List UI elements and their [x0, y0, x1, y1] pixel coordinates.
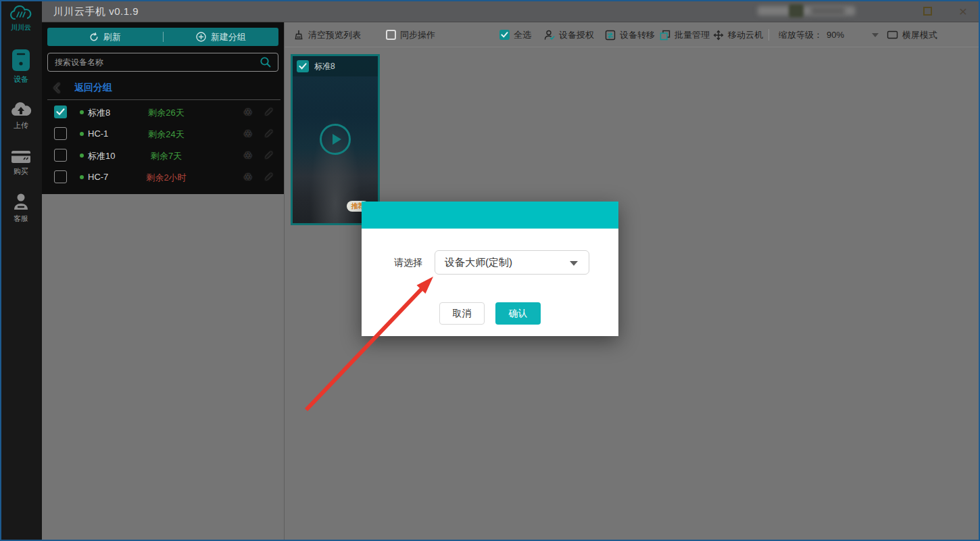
device-auth-label: 设备授权	[559, 29, 594, 41]
device-remaining: 剩余26天	[128, 107, 204, 119]
sync-operation-label: 同步操作	[400, 29, 435, 41]
clear-preview-button[interactable]: 清空预览列表	[293, 22, 361, 47]
search-icon[interactable]	[260, 56, 272, 68]
zoom-dropdown-caret-icon[interactable]	[872, 33, 879, 37]
sync-operation-toggle[interactable]: 同步操作	[386, 22, 435, 47]
play-button[interactable]	[320, 124, 351, 155]
customer-service-icon	[12, 193, 30, 211]
list-divider	[47, 99, 280, 100]
title-bar: 川川云手机 v0.1.9 ×	[42, 0, 980, 22]
reset-device-icon[interactable]: ♻	[243, 171, 252, 183]
play-icon	[333, 134, 341, 145]
dropdown-caret-icon	[570, 261, 578, 266]
device-checkbox[interactable]	[54, 127, 67, 140]
device-row[interactable]: HC-1 剩余24天 ♻	[42, 123, 284, 145]
broom-icon	[293, 30, 304, 41]
chevron-left-icon	[53, 83, 61, 93]
sidebar-item-label: 设备	[14, 74, 28, 85]
select-all-label: 全选	[514, 29, 531, 41]
layers-icon	[660, 30, 670, 41]
sidebar-item-buy[interactable]: 购买	[0, 150, 42, 177]
refresh-button[interactable]: 刷新	[47, 28, 163, 46]
sidebar-item-upload[interactable]: 上传	[0, 101, 42, 131]
device-remaining: 剩余7天	[128, 150, 204, 162]
select-prompt-label: 请选择	[394, 256, 422, 269]
reset-device-icon[interactable]: ♻	[243, 128, 252, 140]
move-cloud-button[interactable]: 移动云机	[713, 22, 763, 47]
sidebar-item-devices[interactable]: 设备	[0, 49, 42, 85]
blurred-watermark	[811, 6, 845, 16]
maximize-icon	[923, 7, 932, 16]
edit-device-icon[interactable]	[264, 106, 274, 117]
clear-preview-label: 清空预览列表	[308, 29, 361, 41]
landscape-mode-label: 横屏模式	[902, 29, 937, 41]
device-row[interactable]: HC-7 剩余2小时 ♻	[42, 166, 284, 188]
edit-device-icon[interactable]	[264, 149, 274, 160]
edit-device-icon[interactable]	[264, 128, 274, 139]
app-select-dropdown[interactable]: 设备大师(定制)	[435, 250, 589, 275]
online-dot	[80, 175, 84, 179]
device-checkbox-checked[interactable]	[54, 105, 67, 118]
device-name: 标准8	[88, 107, 110, 119]
preview-checkbox-checked[interactable]	[297, 60, 309, 72]
device-remaining: 剩余24天	[128, 128, 204, 141]
reset-device-icon[interactable]: ♻	[243, 149, 252, 162]
device-checkbox[interactable]	[54, 149, 67, 162]
new-group-label: 新建分组	[211, 31, 246, 43]
window-title: 川川云手机 v0.1.9	[53, 5, 139, 18]
app-logo: 川川云	[0, 5, 42, 32]
plus-circle-icon	[196, 32, 206, 42]
online-dot	[80, 110, 84, 114]
search-input[interactable]	[48, 57, 260, 67]
blurred-watermark	[789, 4, 804, 18]
transfer-icon	[605, 30, 616, 41]
check-icon	[299, 63, 307, 70]
main-toolbar: 清空预览列表 同步操作 全选 设备授权 设备转移 批量管理	[285, 22, 980, 47]
batch-manage-button[interactable]: 批量管理	[660, 22, 710, 47]
device-preview-card[interactable]: 标准8 推荐	[291, 54, 380, 225]
device-transfer-label: 设备转移	[620, 29, 655, 41]
sidebar-item-label: 上传	[14, 120, 28, 131]
move-cloud-label: 移动云机	[728, 29, 763, 41]
confirm-button[interactable]: 确认	[495, 302, 541, 325]
upload-icon	[10, 101, 32, 118]
maximize-button[interactable]	[917, 0, 937, 22]
device-name: HC-1	[88, 128, 108, 139]
sidebar-item-label: 购买	[14, 166, 28, 177]
sidebar-item-label: 客服	[14, 214, 28, 224]
device-checkbox[interactable]	[54, 170, 67, 183]
edit-device-icon[interactable]	[264, 171, 274, 182]
checkbox-checked-icon[interactable]	[499, 30, 510, 40]
device-name: HC-7	[88, 172, 108, 182]
close-button[interactable]: ×	[953, 0, 973, 22]
refresh-icon	[89, 32, 99, 42]
preview-card-header: 标准8	[293, 56, 378, 76]
back-to-groups[interactable]: 返回分组	[42, 78, 284, 97]
cloud-logo-icon	[9, 5, 33, 22]
landscape-mode-toggle[interactable]: 横屏模式	[887, 22, 937, 47]
back-label: 返回分组	[74, 82, 112, 94]
sidebar-item-support[interactable]: 客服	[0, 193, 42, 224]
reset-device-icon[interactable]: ♻	[243, 106, 252, 118]
cancel-button[interactable]: 取消	[439, 302, 485, 325]
panel-divider	[284, 22, 285, 541]
device-icon	[11, 49, 30, 72]
device-transfer-button[interactable]: 设备转移	[605, 22, 655, 47]
new-group-button[interactable]: 新建分组	[164, 28, 279, 46]
zoom-level-control[interactable]: 缩放等级：90%	[779, 22, 844, 47]
device-rows: 标准8 剩余26天 ♻ HC-1 剩余24天 ♻ 标准10 剩余7天 ♻	[42, 101, 284, 188]
device-name: 标准10	[88, 150, 115, 162]
dialog-header	[362, 202, 618, 229]
checkbox-unchecked-icon[interactable]	[386, 30, 396, 40]
device-row[interactable]: 标准8 剩余26天 ♻	[42, 101, 284, 123]
nav-sidebar: 川川云 设备 上传 购买 客服	[0, 0, 42, 541]
device-auth-button[interactable]: 设备授权	[544, 22, 594, 47]
zoom-level-value: 90%	[827, 30, 844, 40]
check-icon	[56, 108, 65, 116]
zoom-level-label: 缩放等级：	[779, 29, 823, 41]
preview-device-name: 标准8	[314, 61, 335, 72]
select-all-toggle[interactable]: 全选	[499, 22, 531, 47]
logo-text: 川川云	[11, 23, 31, 32]
device-row[interactable]: 标准10 剩余7天 ♻	[42, 145, 284, 166]
batch-manage-label: 批量管理	[675, 29, 710, 41]
